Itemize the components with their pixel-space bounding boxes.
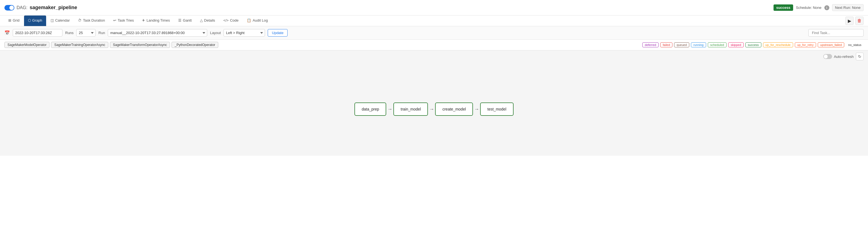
tab-code-label: Code — [230, 18, 239, 22]
dag-flow: data_prep → train_model → create_model →… — [0, 62, 868, 156]
tab-landing-times-label: Landing Times — [147, 18, 170, 22]
operator-tag-1[interactable]: SageMakerTrainingOperatorAsync — [51, 42, 108, 48]
tab-gantt-label: Gantt — [183, 18, 192, 22]
tab-code[interactable]: </> Code — [220, 16, 243, 26]
tab-audit-log[interactable]: 📋 Audit Log — [243, 16, 272, 26]
status-badge: success — [774, 4, 793, 11]
refresh-button[interactable]: ↻ — [856, 53, 864, 60]
status-tag-deferred[interactable]: deferred — [642, 43, 659, 47]
controls-bar: 📅 Runs 25 Run manual__2022-10-20T17:33:2… — [0, 26, 868, 40]
tab-task-duration[interactable]: ⏱ Task Duration — [74, 16, 108, 26]
tab-task-tries[interactable]: ↩ Task Tries — [110, 16, 138, 26]
tab-audit-log-label: Audit Log — [252, 18, 268, 22]
tab-graph[interactable]: ⬡ Graph — [24, 16, 46, 26]
status-tag-queued[interactable]: queued — [674, 43, 689, 47]
calendar-ctrl-icon: 📅 — [4, 30, 10, 35]
graph-icon: ⬡ — [28, 18, 31, 22]
dag-node-test-model[interactable]: test_model — [480, 103, 513, 116]
runs-select[interactable]: 25 — [76, 29, 96, 36]
details-icon: △ — [200, 18, 203, 22]
nav-tabs: ⊞ Grid ⬡ Graph ◫ Calendar ⏱ Task Duratio… — [0, 16, 868, 26]
task-tries-icon: ↩ — [113, 18, 116, 22]
layout-label: Layout — [210, 31, 221, 35]
dag-name: sagemaker_pipeline — [30, 5, 77, 10]
tab-task-duration-label: Task Duration — [83, 18, 105, 22]
play-button[interactable]: ▶ — [845, 17, 854, 25]
status-tag-up-for-reschedule[interactable]: up_for_reschedule — [763, 43, 793, 47]
top-bar: DAG: sagemaker_pipeline success Schedule… — [0, 0, 868, 16]
status-tag-scheduled[interactable]: scheduled — [708, 43, 726, 47]
run-select[interactable]: manual__2022-10-20T17:33:27.891868+00:00 — [108, 29, 207, 36]
top-bar-left: DAG: sagemaker_pipeline — [4, 5, 77, 10]
grid-icon: ⊞ — [8, 18, 11, 22]
delete-button[interactable]: 🗑 — [855, 17, 864, 25]
dag-node-data-prep[interactable]: data_prep — [354, 103, 386, 116]
top-bar-right: success Schedule: None i Next Run: None — [774, 4, 864, 11]
status-tag-running[interactable]: running — [691, 43, 706, 47]
tab-landing-times[interactable]: ✈ Landing Times — [138, 16, 174, 26]
auto-refresh-toggle: Auto-refresh — [823, 54, 854, 59]
dag-node-create-model[interactable]: create_model — [435, 103, 473, 116]
operator-tag-2[interactable]: SageMakerTransformOperatorAsync — [110, 42, 170, 48]
auto-refresh-label: Auto-refresh — [834, 55, 854, 59]
operator-tag-0[interactable]: SageMakerModelOperator — [4, 42, 50, 48]
nav-tabs-right: ▶ 🗑 — [845, 17, 864, 25]
gantt-icon: ☰ — [178, 18, 182, 22]
tab-calendar[interactable]: ◫ Calendar — [47, 16, 74, 26]
audit-log-icon: 📋 — [247, 18, 251, 22]
tab-task-tries-label: Task Tries — [118, 18, 134, 22]
tab-details-label: Details — [204, 18, 215, 22]
tab-gantt[interactable]: ☰ Gantt — [174, 16, 195, 26]
landing-times-icon: ✈ — [142, 18, 145, 22]
tab-graph-label: Graph — [32, 18, 42, 22]
tab-grid-label: Grid — [13, 18, 20, 22]
next-run-label: Next Run: None — [832, 4, 864, 11]
dag-arrow-0: → — [386, 106, 393, 112]
status-tag-failed[interactable]: failed — [660, 43, 673, 47]
status-tag-upstream-failed[interactable]: upstream_failed — [818, 43, 844, 47]
run-label: Run — [98, 31, 105, 35]
update-button[interactable]: Update — [268, 29, 287, 36]
dag-node-train-model[interactable]: train_model — [393, 103, 428, 116]
graph-toolbar: Auto-refresh ↻ — [0, 50, 868, 62]
code-icon: </> — [223, 18, 229, 22]
find-task-input[interactable] — [808, 29, 864, 36]
status-tag-success[interactable]: success — [745, 43, 762, 47]
dag-label: DAG: — [17, 5, 27, 10]
filter-bar: SageMakerModelOperator SageMakerTraining… — [0, 40, 868, 50]
auto-refresh-switch[interactable] — [823, 54, 832, 59]
graph-area: Auto-refresh ↻ data_prep → train_model →… — [0, 50, 868, 156]
calendar-icon: ◫ — [51, 18, 54, 22]
dag-arrow-2: → — [473, 106, 480, 112]
status-group: deferred failed queued running scheduled… — [642, 43, 864, 47]
tab-calendar-label: Calendar — [55, 18, 70, 22]
info-icon[interactable]: i — [824, 5, 829, 10]
task-duration-icon: ⏱ — [78, 18, 82, 22]
dag-arrow-1: → — [428, 106, 435, 112]
layout-select[interactable]: Left > Right Top > Bottom — [223, 29, 265, 36]
operator-tag-3[interactable]: _PythonDecoratedOperator — [172, 42, 218, 48]
status-tag-skipped[interactable]: skipped — [728, 43, 744, 47]
status-tag-up-for-retry[interactable]: up_for_retry — [795, 43, 816, 47]
runs-label: Runs — [65, 31, 73, 35]
date-input[interactable] — [13, 29, 62, 36]
nav-tabs-left: ⊞ Grid ⬡ Graph ◫ Calendar ⏱ Task Duratio… — [4, 16, 272, 26]
status-tag-no-status[interactable]: no_status — [846, 43, 864, 47]
tab-details[interactable]: △ Details — [196, 16, 219, 26]
dag-toggle[interactable] — [4, 5, 14, 10]
tab-grid[interactable]: ⊞ Grid — [4, 16, 24, 26]
schedule-info: Schedule: None — [796, 5, 822, 10]
